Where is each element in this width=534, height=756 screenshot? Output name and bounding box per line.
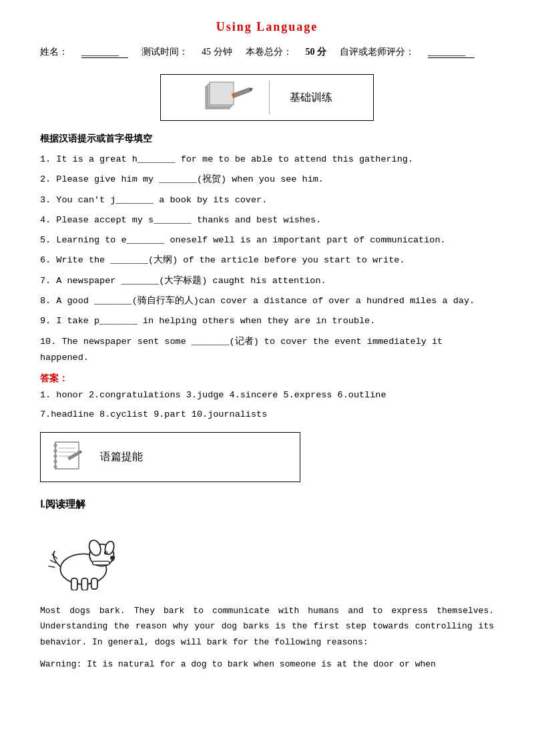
total-score-value: 50 分 (306, 46, 327, 58)
self-score-blank: ________ (428, 47, 475, 58)
reading-paragraph-1: Most dogs bark. They bark to communicate… (40, 603, 494, 650)
fill-blank-heading: 根据汉语提示或首字母填空 (40, 133, 494, 145)
list-item: 3. You can't j_______ a book by its cove… (40, 192, 494, 208)
svg-rect-2 (210, 82, 234, 105)
section2-box: 语篇提能 (40, 432, 300, 482)
svg-line-30 (48, 566, 55, 567)
self-score-label: 自评或老师评分： (340, 46, 415, 58)
name-label: 姓名： (40, 46, 68, 58)
total-score-label: 本卷总分： (246, 46, 292, 58)
exercise-list: 1. It is a great h_______ for me to be a… (40, 152, 494, 366)
svg-rect-27 (91, 578, 97, 589)
section1-box: 基础训练 (160, 74, 374, 121)
test-time-label: 测试时间： (142, 46, 188, 58)
answer-line2: 7.headline 8.cyclist 9.part 10.journalis… (40, 407, 494, 423)
svg-point-24 (110, 556, 115, 559)
list-item: 8. A good _______(骑自行车的人)can cover a dis… (40, 293, 494, 309)
page-title: Using Language (40, 20, 494, 34)
reading-paragraph-2: Warning: It is natural for a dog to bark… (40, 656, 494, 672)
list-item: 9. I take p_______ in helping others whe… (40, 313, 494, 329)
answer-line1: 1. honor 2.congratulations 3.judge 4.sin… (40, 387, 494, 403)
list-item: 5. Learning to e_______ oneself well is … (40, 232, 494, 248)
list-item: 10. The newspaper sent some _______(记者) … (40, 334, 494, 367)
list-item: 7. A newspaper _______(大字标题) caught his … (40, 273, 494, 289)
name-blank: ________ (81, 47, 128, 58)
list-item: 4. Please accept my s_______ thanks and … (40, 212, 494, 228)
dog-image-area (40, 520, 127, 594)
svg-rect-26 (81, 578, 87, 590)
svg-rect-28 (93, 561, 109, 564)
list-item: 6. Write the _______(大纲) of the article … (40, 252, 494, 268)
svg-point-22 (104, 551, 107, 554)
list-item: 2. Please give him my _______(祝贺) when y… (40, 172, 494, 188)
section2-label: 语篇提能 (93, 450, 143, 464)
svg-rect-25 (71, 578, 77, 590)
answer-label: 答案： (40, 373, 494, 385)
section1-label: 基础训练 (290, 91, 332, 105)
pencil-paper-icon-area (202, 81, 270, 114)
notebook-icon (49, 439, 85, 476)
test-time-value: 45 分钟 (202, 46, 232, 58)
list-item: 1. It is a great h_______ for me to be a… (40, 152, 494, 168)
dog-illustration (43, 524, 123, 590)
svg-point-23 (106, 552, 107, 553)
reading-heading: Ⅰ.阅读理解 (40, 498, 494, 511)
header-info: 姓名： ________ 测试时间： 45 分钟 本卷总分： 50 分 自评或老… (40, 46, 494, 58)
pencil-paper-icon (202, 81, 256, 114)
